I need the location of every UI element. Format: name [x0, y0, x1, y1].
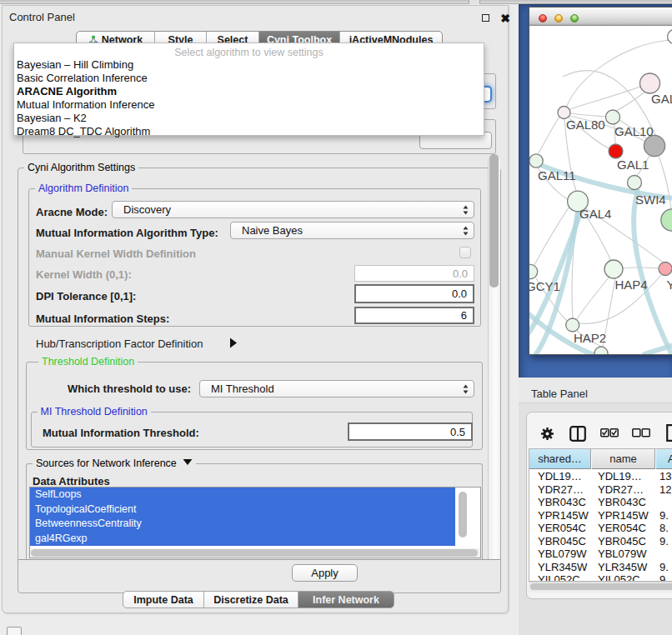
settings-group-title: Cyni Algorithm Settings: [24, 162, 138, 173]
column-header-shared[interactable]: shared…: [529, 449, 591, 469]
graph-edge[interactable]: [570, 87, 640, 109]
graph-node-swi4[interactable]: [628, 176, 642, 190]
bottom-tab-infer-network[interactable]: Infer Network: [298, 592, 394, 608]
table-cell: YBR043C: [598, 496, 646, 509]
window-close-icon[interactable]: [539, 14, 547, 22]
table-cell: 8.: [659, 522, 669, 535]
algorithm-option[interactable]: ARACNE Algorithm: [14, 85, 484, 98]
table-cell: YBR045C: [598, 535, 646, 548]
table-row[interactable]: YLR345WYLR345W9.: [529, 561, 672, 574]
network-window-titlebar[interactable]: [529, 8, 672, 26]
table-cell: 9.: [659, 573, 669, 582]
data-attribute-item[interactable]: TopologicalCoefficient: [30, 502, 455, 518]
window-zoom-icon[interactable]: [570, 14, 579, 22]
graph-node-label: GCY1: [529, 279, 560, 293]
gear-icon[interactable]: [540, 427, 554, 441]
data-attributes-label: Data Attributes: [33, 475, 110, 488]
table-cell: YDL19…: [598, 470, 642, 483]
graph-edge[interactable]: [538, 117, 559, 154]
graph-node-y[interactable]: [659, 262, 672, 276]
table-panel-header[interactable]: Table Panel: [519, 378, 672, 403]
table-cell: YLR345W: [538, 561, 587, 574]
table-row[interactable]: YBR045CYBR045C9.: [529, 535, 672, 548]
settings-scrollbar-thumb[interactable]: [489, 154, 499, 288]
bottom-tab-discretize-data[interactable]: Discretize Data: [204, 592, 298, 608]
graph-node[interactable]: [609, 144, 623, 158]
control-panel-titlebar[interactable]: Control Panel ✖: [3, 6, 508, 28]
table-cell: YBL079W: [538, 548, 587, 561]
graph-node[interactable]: [668, 30, 672, 44]
column-header-name[interactable]: name: [592, 449, 655, 469]
algorithm-option[interactable]: Dream8 DC_TDC Algorithm: [14, 125, 484, 138]
data-attribute-item[interactable]: BetweennessCentrality: [30, 517, 455, 532]
algorithm-popup-items: Bayesian – Hill ClimbingBasic Correlatio…: [14, 58, 484, 138]
graph-edge[interactable]: [577, 277, 609, 319]
network-graph-canvas[interactable]: GALGAL80GAL10GAL1GAL11SWI4GAL4HAP4YGCY1H…: [529, 27, 672, 354]
graph-edge[interactable]: [570, 113, 606, 117]
minimized-panel-icon[interactable]: [7, 627, 22, 635]
data-attribute-item[interactable]: gal4RGexp: [30, 532, 455, 547]
manual-kernel-checkbox[interactable]: [459, 247, 471, 258]
table-cell: YBR043C: [538, 496, 586, 509]
node-table[interactable]: shared…nameAYDL19…YDL19…13YDR27…YDR27…12…: [529, 448, 672, 582]
table-row[interactable]: YBR043CYBR043C: [529, 496, 672, 509]
dpi-tolerance-label: DPI Tolerance [0,1]:: [36, 290, 136, 302]
which-threshold-value: MI Threshold: [211, 382, 274, 395]
apply-button[interactable]: Apply: [292, 564, 358, 582]
which-threshold-combobox[interactable]: MI Threshold: [199, 380, 474, 398]
table-cell: YER054C: [538, 522, 586, 535]
graph-node[interactable]: [661, 209, 672, 231]
graph-node-hap2[interactable]: [566, 318, 579, 332]
mi-steps-value: 6: [461, 309, 467, 322]
table-row[interactable]: YBL079WYBL079W: [529, 548, 672, 561]
graph-node-hap4[interactable]: [604, 260, 623, 278]
document-icon[interactable]: [666, 424, 672, 442]
float-icon[interactable]: [482, 14, 489, 22]
table-hscrollbar-thumb[interactable]: [530, 583, 672, 590]
attr-list-scrollbar-thumb[interactable]: [459, 492, 467, 538]
graph-node-gal1[interactable]: [644, 135, 664, 156]
graph-node[interactable]: [594, 347, 608, 354]
mi-steps-field[interactable]: 6: [354, 307, 474, 324]
deselect-all-icon[interactable]: [632, 428, 650, 438]
combo-arrows-icon: [463, 384, 469, 394]
algorithm-option[interactable]: Bayesian – Hill Climbing: [14, 58, 484, 72]
algorithm-option[interactable]: Mutual Information Inference: [14, 98, 484, 112]
close-icon[interactable]: ✖: [499, 12, 512, 25]
table-cell: YPR145W: [598, 509, 649, 522]
table-panel-body: shared…nameAYDL19…YDL19…13YDR27…YDR27…12…: [519, 403, 672, 635]
table-row[interactable]: YDL19…YDL19…13: [529, 470, 672, 483]
graph-node-gal[interactable]: [640, 73, 660, 93]
dpi-tolerance-field[interactable]: 0.0: [354, 284, 474, 303]
mi-threshold-label: Mutual Information Threshold:: [43, 427, 199, 439]
algorithm-option[interactable]: Bayesian – K2: [14, 112, 484, 125]
graph-node-label: GAL1: [617, 158, 649, 172]
select-all-icon[interactable]: [600, 428, 619, 438]
expand-down-icon[interactable]: [183, 458, 193, 466]
manual-kernel-label: Manual Kernel Width Definition: [36, 248, 196, 260]
aracne-mode-value: Discovery: [123, 203, 171, 216]
algorithm-popup-placeholder: Select algorithm to view settings: [14, 47, 484, 58]
combo-arrows-icon: [463, 226, 469, 236]
attr-list-hscrollbar-thumb[interactable]: [31, 549, 478, 557]
data-attribute-item[interactable]: SelfLoops: [30, 488, 455, 502]
kernel-width-field[interactable]: 0.0: [354, 265, 474, 282]
mi-algorithm-type-combobox[interactable]: Naive Bayes: [230, 222, 474, 239]
bottom-tab-impute-data[interactable]: Impute Data: [123, 592, 204, 608]
aracne-mode-combobox[interactable]: Discovery: [112, 201, 474, 218]
algorithm-option[interactable]: Basic Correlation Inference: [14, 72, 484, 85]
table-row[interactable]: YPR145WYPR145W9.: [529, 509, 672, 522]
mi-threshold-field[interactable]: 0.5: [348, 422, 473, 441]
column-header-a[interactable]: A: [656, 449, 672, 469]
table-row[interactable]: YER054CYER054C8.: [529, 522, 672, 535]
table-row[interactable]: YIL052CYIL052C9.: [529, 573, 672, 582]
graph-node-gal10[interactable]: [606, 110, 620, 124]
graph-node-gcy1[interactable]: [529, 264, 538, 278]
window-minimize-icon[interactable]: [554, 14, 563, 22]
table-row[interactable]: YDR27…YDR27…12: [529, 483, 672, 497]
expand-right-icon[interactable]: [229, 338, 238, 348]
table-cell: YPR145W: [538, 509, 589, 522]
graph-node-gal11[interactable]: [529, 154, 543, 168]
mi-steps-label: Mutual Information Steps:: [36, 312, 169, 325]
split-columns-icon[interactable]: [569, 426, 586, 442]
